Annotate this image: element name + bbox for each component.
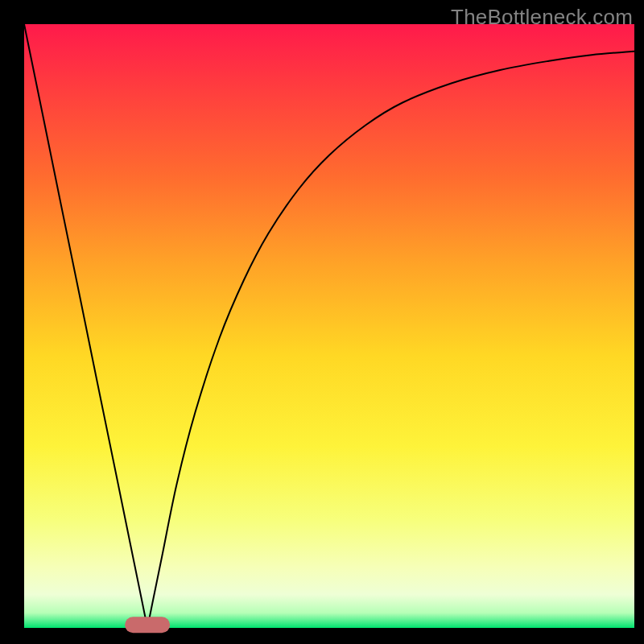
bottleneck-chart [0, 0, 644, 644]
watermark-text: TheBottleneck.com [451, 5, 633, 30]
chart-frame: TheBottleneck.com [0, 0, 644, 644]
optimum-marker [125, 617, 170, 633]
plot-background [24, 24, 634, 628]
